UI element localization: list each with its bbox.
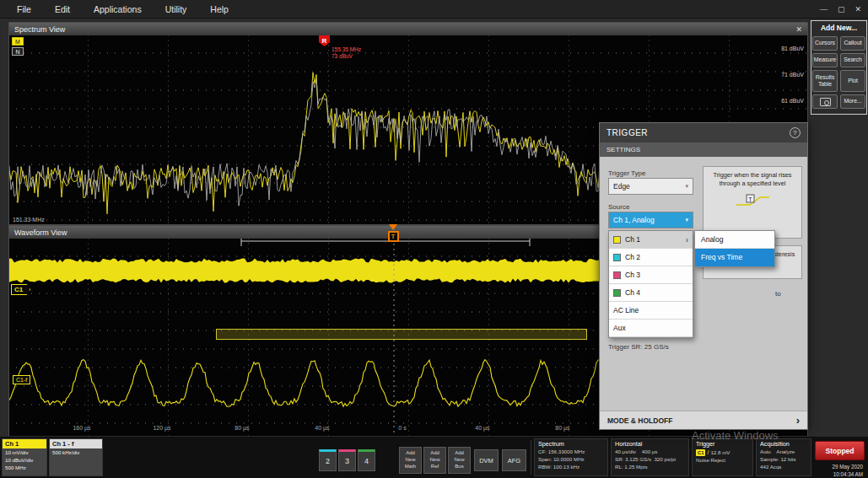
trigger-arrow-icon xyxy=(389,224,397,230)
time-label: 160 µs xyxy=(65,425,99,431)
source-menu-item-acline[interactable]: AC Line xyxy=(609,302,693,320)
add-math-button[interactable]: Add New Math xyxy=(399,447,422,474)
caret-down-icon: ▾ xyxy=(685,217,688,223)
search-zone-rect[interactable] xyxy=(216,329,587,340)
spectrum-rbw: RBW: 100.13 kHz xyxy=(538,464,604,471)
add-new-sidebar: Add New... Cursors Callout Measure Searc… xyxy=(811,20,867,115)
capture-button[interactable] xyxy=(812,94,838,109)
close-icon[interactable]: ✕ xyxy=(855,5,861,13)
ch1-waveform-badge[interactable]: C1 xyxy=(11,284,30,295)
add-ref-line: New xyxy=(429,457,439,464)
menu-edit[interactable]: Edit xyxy=(55,4,70,14)
marker-badge-n[interactable]: N xyxy=(12,47,24,56)
menu-item-label: Ch 3 xyxy=(625,271,640,279)
menu-file[interactable]: File xyxy=(17,4,31,14)
spectrum-y-label-61: 61 dBuV xyxy=(781,98,804,104)
trigger-settings-badge[interactable]: Trigger C1 / 12.8 mV Noise Reject xyxy=(692,438,753,476)
ch1-badge[interactable]: Ch 1 10 mV/div 10 dBuV/div 500 MHz xyxy=(2,438,47,476)
source-menu-item-ch4[interactable]: Ch 4 xyxy=(609,284,693,302)
add-cursors-button[interactable]: Cursors xyxy=(812,36,838,51)
help-icon[interactable]: ? xyxy=(790,127,801,138)
dvm-button[interactable]: DVM xyxy=(474,449,499,471)
spectrum-badge-title: Spectrum xyxy=(538,440,604,448)
mode-holdoff-section[interactable]: MODE & HOLDOFF › xyxy=(600,411,807,429)
submenu-item-analog[interactable]: Analog xyxy=(695,231,774,249)
stopped-button[interactable]: Stopped xyxy=(815,441,865,460)
marker-badge-m[interactable]: M xyxy=(12,37,24,46)
time-label: 80 µs xyxy=(546,425,580,431)
add-math-line: New xyxy=(405,457,415,464)
source-menu-item-ch3[interactable]: Ch 3 xyxy=(609,266,693,284)
acquisition-count: 442 Acqs xyxy=(760,464,807,471)
source-menu-item-aux[interactable]: Aux xyxy=(609,320,693,337)
trigger-position-marker[interactable]: T xyxy=(387,224,399,242)
trigger-type-value: Edge xyxy=(613,182,630,191)
add-ref-line: Add xyxy=(430,450,439,457)
add-bus-button[interactable]: Add New Bus xyxy=(448,447,471,474)
spectrum-close-icon[interactable]: ✕ xyxy=(795,25,802,34)
add-results-table-button[interactable]: Results Table xyxy=(812,70,838,92)
trigger-dialog-body: Trigger Type Edge ▾ Trigger when the sig… xyxy=(600,157,807,412)
add-new-title: Add New... xyxy=(811,24,866,32)
bottom-bar: Ch 1 10 mV/div 10 dBuV/div 500 MHz Ch 1 … xyxy=(0,437,868,478)
ch3-color-swatch xyxy=(613,271,621,279)
trigger-type-dropdown[interactable]: Edge ▾ xyxy=(608,178,693,195)
window-controls: — ▢ ✕ xyxy=(820,0,861,19)
source-menu: Ch 1 › Ch 2 Ch 3 Ch 4 AC Line Aux xyxy=(608,230,693,338)
spectrum-view-title: Spectrum View xyxy=(14,25,65,34)
ch1-spectrum-scale: 10 dBuV/div xyxy=(5,457,44,465)
waveform-view-title: Waveform View xyxy=(14,228,67,237)
add-math-line: Add xyxy=(406,450,415,457)
submenu-item-freq-vs-time[interactable]: Freq vs Time xyxy=(695,249,774,266)
spectrum-settings-badge[interactable]: Spectrum CF: 156.33000 MHz Span: 10.0000… xyxy=(534,438,608,476)
add-search-button[interactable]: Search xyxy=(840,53,865,67)
trigger-level-line: C1 / 12.8 mV xyxy=(696,448,749,457)
source-dropdown[interactable]: Ch 1, Analog ▾ xyxy=(608,212,693,228)
add-callout-button[interactable]: Callout xyxy=(840,36,865,51)
caret-down-icon: ▾ xyxy=(685,183,688,190)
acquisition-badge[interactable]: Acquisition Auto Analyze Sample: 12 bits… xyxy=(756,438,811,476)
minimize-icon[interactable]: — xyxy=(820,5,828,13)
menu-utility[interactable]: Utility xyxy=(165,4,187,14)
ch1-freq-trace-badge[interactable]: C1-f xyxy=(13,375,30,384)
edge-help-text: Trigger when the signal rises through a … xyxy=(707,171,798,188)
spectrum-view-titlebar[interactable]: Spectrum View ✕ xyxy=(9,23,807,35)
trigger-dialog-header[interactable]: TRIGGER ? xyxy=(600,123,807,142)
maximize-icon[interactable]: ▢ xyxy=(838,5,845,13)
afg-button[interactable]: AFG xyxy=(502,449,526,471)
ch1-color-swatch xyxy=(613,236,621,244)
chevron-right-icon: › xyxy=(796,414,800,427)
ch3-button[interactable]: 3 xyxy=(338,449,356,471)
ch1f-badge[interactable]: Ch 1 - f 500 kHz/div xyxy=(49,438,103,476)
spectrum-cf: CF: 156.33000 MHz xyxy=(538,448,604,456)
horizontal-rl: RL: 1.25 Mpts xyxy=(615,464,685,471)
add-ref-button[interactable]: Add New Ref xyxy=(423,447,446,474)
edge-trigger-icon: T xyxy=(733,193,772,208)
source-menu-item-ch2[interactable]: Ch 2 xyxy=(609,249,693,266)
add-measure-button[interactable]: Measure xyxy=(812,53,838,67)
add-new-buttons: Add New Math Add New Ref Add New Bus xyxy=(399,447,471,474)
ch1-bandwidth: 500 MHz xyxy=(5,465,44,472)
more-button[interactable]: More... xyxy=(840,94,865,109)
ch4-color-swatch xyxy=(613,289,621,297)
datetime-display: 29 May 2020 10:04:34 AM xyxy=(810,463,865,478)
menu-item-label: Ch 1 xyxy=(625,235,640,244)
time-label: 0 s xyxy=(385,425,419,431)
ch2-button[interactable]: 2 xyxy=(319,449,337,471)
add-plot-button[interactable]: Plot xyxy=(840,70,865,92)
horizontal-settings-badge[interactable]: Horizontal 40 µs/div 400 µs SR: 3.125 GS… xyxy=(611,438,689,476)
trigger-dialog: TRIGGER ? SETTINGS Trigger Type Edge ▾ T… xyxy=(599,122,808,430)
menu-help[interactable]: Help xyxy=(210,4,229,14)
menu-item-label: Aux xyxy=(613,324,626,332)
date-label: 29 May 2020 xyxy=(810,463,863,470)
menu-item-label: Ch 2 xyxy=(625,253,640,261)
spectrum-y-label-71: 71 dBuV xyxy=(781,72,804,78)
horizontal-badge-title: Horizontal xyxy=(615,440,685,448)
trigger-sr-label: Trigger SR: 25 GS/s xyxy=(608,343,669,351)
source-menu-item-ch1[interactable]: Ch 1 › xyxy=(609,231,693,249)
menu-applications[interactable]: Applications xyxy=(94,4,142,14)
add-bus-line: Bus xyxy=(455,464,463,470)
marker-frequency: 155.35 MHz xyxy=(332,46,361,53)
ch4-button[interactable]: 4 xyxy=(358,449,375,471)
trigger-type-label: Trigger Type xyxy=(608,169,645,177)
